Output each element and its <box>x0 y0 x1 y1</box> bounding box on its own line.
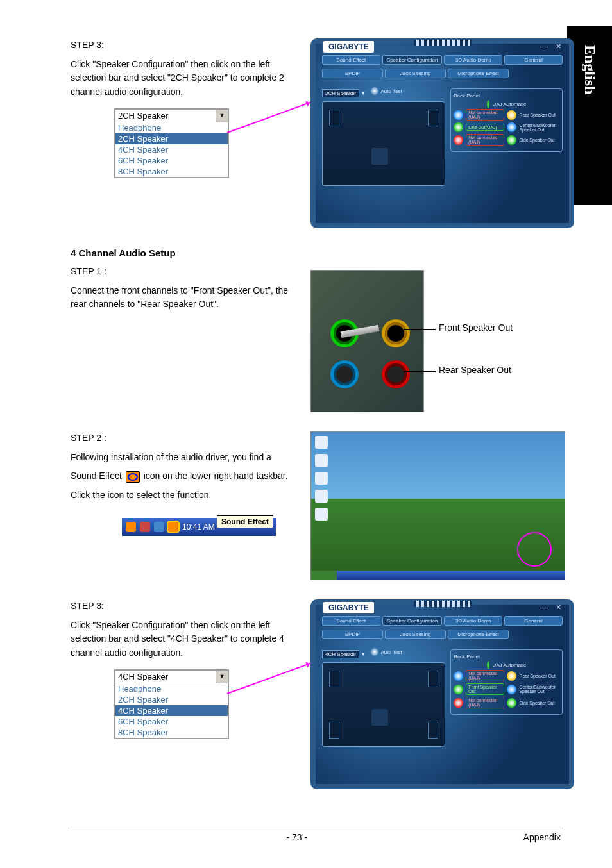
dropdown-option[interactable]: 2CH Speaker <box>115 133 228 144</box>
tab-3d-audio-demo[interactable]: 3D Audio Demo <box>444 616 502 626</box>
speaker-dropdown-4ch[interactable]: 4CH Speaker▼ Headphone 2CH Speaker 4CH S… <box>114 669 229 739</box>
step2-body3: Click the icon to select the function. <box>71 488 289 503</box>
desktop-icon[interactable] <box>315 454 328 467</box>
dropdown-option[interactable]: 4CH Speaker <box>115 144 228 155</box>
jack-icon <box>454 122 463 132</box>
tab-general[interactable]: General <box>504 616 563 626</box>
app-brand: GIGABYTE <box>322 40 375 54</box>
jack-icon <box>454 135 463 145</box>
tab-microphone-effect[interactable]: Microphone Effect <box>448 69 509 78</box>
jack-label: Center/Subwoofer Speaker Out <box>519 685 559 694</box>
tooltip: Sound Effect <box>217 515 273 528</box>
tab-spdif[interactable]: SPDIF <box>322 630 383 639</box>
jack-status: Not connected (UAJ) <box>466 109 504 121</box>
tray-icon[interactable] <box>154 522 164 532</box>
tab-speaker-configuration[interactable]: Speaker Configuration <box>382 616 443 626</box>
jack-icon <box>507 685 516 694</box>
tab-jack-sensing[interactable]: Jack Sensing <box>385 69 446 78</box>
back-panel-title: Back Panel <box>454 93 559 99</box>
jack-icon <box>507 110 516 120</box>
uaj-label: UAJ Automatic <box>493 662 526 668</box>
jack-icon <box>454 671 463 681</box>
taskbar-screenshot: Sound Effect 10:41 AM <box>122 518 276 536</box>
jack-icon <box>454 110 463 120</box>
jack-icon <box>454 685 463 694</box>
step2-body2: Sound Effect icon on the lower right han… <box>71 469 289 483</box>
step2-4ch-title: STEP 2 : <box>71 431 289 446</box>
sound-effect-icon <box>126 471 140 483</box>
window-controls[interactable]: — × <box>540 602 564 612</box>
jack-icon <box>507 122 516 132</box>
desktop-icon[interactable] <box>315 472 328 485</box>
dropdown-option[interactable]: 6CH Speaker <box>115 716 228 727</box>
callout-line <box>404 329 436 330</box>
speaker-select[interactable]: 2CH Speaker <box>322 89 359 97</box>
jack-status: Not connected (UAJ) <box>466 670 504 681</box>
jack-status: Front Speaker Out <box>466 683 504 695</box>
dropdown-option[interactable]: 6CH Speaker <box>115 155 228 166</box>
start-button[interactable] <box>311 571 337 580</box>
window-controls[interactable]: — × <box>540 41 564 51</box>
dropdown-option[interactable]: 8CH Speaker <box>115 727 228 738</box>
dropdown-selected: 2CH Speaker <box>118 111 168 121</box>
dropdown-option[interactable]: 4CH Speaker <box>115 705 228 716</box>
speaker-dropdown-2ch[interactable]: 2CH Speaker▼ Headphone 2CH Speaker 4CH S… <box>114 108 229 178</box>
desktop-screenshot <box>310 431 565 580</box>
tab-sound-effect[interactable]: Sound Effect <box>322 616 380 626</box>
jack-label: Rear Speaker Out <box>519 674 559 678</box>
jack-label: Center/Subwoofer Speaker Out <box>519 123 559 132</box>
auto-test-button[interactable]: Auto Test <box>371 648 402 656</box>
tab-spdif[interactable]: SPDIF <box>322 69 383 78</box>
step3-2ch-title: STEP 3: <box>71 38 289 53</box>
tab-jack-sensing[interactable]: Jack Sensing <box>385 630 446 639</box>
taskbar-clock: 10:41 AM <box>182 522 215 531</box>
desktop-taskbar[interactable] <box>311 571 565 580</box>
tab-microphone-effect[interactable]: Microphone Effect <box>448 630 509 639</box>
callout-rear-speaker: Rear Speaker Out <box>439 365 511 375</box>
tab-3d-audio-demo[interactable]: 3D Audio Demo <box>444 55 502 65</box>
speaker-room-preview <box>322 101 445 186</box>
step3-4ch-title: STEP 3: <box>71 599 289 613</box>
back-panel-group: Back Panel UAJ Automatic Not connected (… <box>450 88 563 152</box>
app-brand: GIGABYTE <box>322 601 375 615</box>
heading-4ch: 4 Channel Audio Setup <box>71 247 567 258</box>
window-grip-icon[interactable] <box>414 601 472 607</box>
desktop-icon[interactable] <box>315 508 328 521</box>
dropdown-option[interactable]: 2CH Speaker <box>115 694 228 705</box>
tray-icon[interactable] <box>140 522 150 532</box>
tab-general[interactable]: General <box>504 55 563 65</box>
jack-indicator-icon <box>487 100 489 108</box>
step3-2ch-body: Click "Speaker Configuration" then click… <box>71 58 289 99</box>
jack-label: Rear Speaker Out <box>519 113 559 117</box>
uaj-label: UAJ Automatic <box>493 101 526 107</box>
back-panel-title: Back Panel <box>454 654 559 660</box>
jack-icon <box>507 698 516 708</box>
dropdown-option[interactable]: Headphone <box>115 122 228 133</box>
window-grip-icon[interactable] <box>414 40 472 46</box>
dropdown-option[interactable]: Headphone <box>115 683 228 694</box>
jack-icon <box>454 698 463 708</box>
port-icon <box>382 319 410 347</box>
jack-label: Side Speaker Out <box>519 138 559 142</box>
chevron-down-icon[interactable]: ▼ <box>216 671 228 683</box>
tab-speaker-configuration[interactable]: Speaker Configuration <box>382 55 443 65</box>
speaker-room-preview <box>322 662 445 747</box>
dropdown-selected: 4CH Speaker <box>118 672 168 681</box>
tab-sound-effect[interactable]: Sound Effect <box>322 55 380 65</box>
step1-4ch-body: Connect the front channels to "Front Spe… <box>71 284 289 312</box>
chevron-down-icon[interactable]: ▼ <box>216 110 228 122</box>
rear-speaker-port-icon <box>382 360 410 388</box>
tray-icon[interactable] <box>126 522 136 532</box>
desktop-icon[interactable] <box>315 436 328 449</box>
jack-status: Line Out(UAJ) <box>466 124 504 131</box>
sound-effect-tray-icon[interactable] <box>168 522 178 532</box>
rear-connector-photo <box>310 270 424 412</box>
back-panel-group: Back Panel UAJ Automatic Not connected (… <box>450 649 563 715</box>
step3-4ch-body: Click "Speaker Configuration" then click… <box>71 619 289 660</box>
auto-test-button[interactable]: Auto Test <box>371 87 402 95</box>
speaker-select[interactable]: 4CH Speaker <box>322 650 359 658</box>
play-icon <box>371 87 378 95</box>
dropdown-option[interactable]: 8CH Speaker <box>115 166 228 177</box>
desktop-icon[interactable] <box>315 490 328 503</box>
play-icon <box>371 648 378 656</box>
